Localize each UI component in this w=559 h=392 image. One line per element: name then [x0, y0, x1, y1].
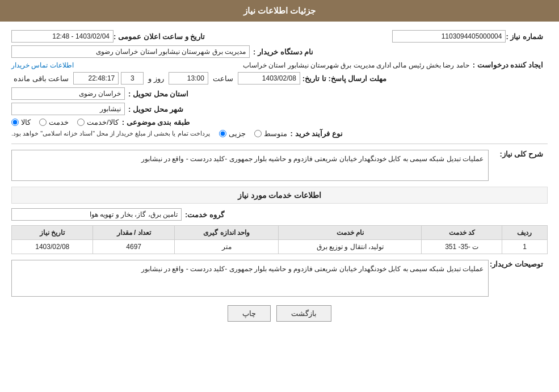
purchase-note: پرداخت تمام یا بخشی از مبلغ خریدار از مح…: [11, 130, 210, 137]
purchase-type-radio-group: متوسط جزیی: [219, 129, 287, 138]
col-header-code: کد خدمت: [422, 226, 502, 240]
province-row: استان محل تحویل : خراسان رضوی: [11, 87, 548, 100]
buyer-org-row: نام دستگاه خریدار : مدیریت برق شهرستان ن…: [11, 45, 548, 58]
need-desc-box: عملیات تبدیل شبکه سیمی به کابل خودنگهدار…: [11, 150, 489, 181]
bottom-buttons: بازگشت چاپ: [11, 305, 548, 322]
table-cell-quantity: 4697: [93, 240, 174, 254]
category-khadamat-item: خدمت: [39, 118, 69, 127]
page-wrapper: جزئیات اطلاعات نیاز شماره نیاز : 1103094…: [0, 0, 559, 392]
page-header: جزئیات اطلاعات نیاز: [0, 0, 559, 22]
category-khadamat-radio[interactable]: [39, 119, 47, 126]
response-time-field: 13:00: [169, 72, 208, 85]
announce-datetime-label: تاریخ و ساعت اعلان عمومی :: [114, 32, 205, 41]
city-field: نیشابور: [11, 103, 125, 115]
purchase-jozii-label: جزیی: [229, 129, 246, 138]
response-deadline-row: مهلت ارسال پاسخ: تا تاریخ: 1403/02/08 سا…: [11, 72, 548, 85]
buyer-desc-row: توصیحات خریدار: عملیات تبدیل شبکه سیمی ب…: [11, 260, 548, 297]
service-group-row: گروه خدمت: تامین برق، گاز، بخار و تهویه …: [11, 208, 548, 221]
creator-value: حامد رضا بخش رئیس مالی اداری مدیریت برق …: [82, 61, 469, 69]
response-days-label: روز و: [148, 74, 164, 83]
contact-link[interactable]: اطلاعات تماس خریدار: [11, 61, 74, 69]
category-khadamat-label: خدمت: [49, 118, 69, 127]
response-date-field: 1403/02/08: [238, 72, 300, 85]
col-header-date: تاریخ نیاز: [12, 226, 93, 240]
response-remaining-field: 22:48:17: [73, 72, 119, 85]
purchase-mottaset-radio[interactable]: [254, 130, 262, 137]
need-number-label: شماره نیاز :: [506, 32, 543, 41]
back-button[interactable]: بازگشت: [276, 305, 331, 322]
print-button[interactable]: چاپ: [228, 305, 271, 322]
col-header-name: نام خدمت: [279, 226, 422, 240]
purchase-mottaset-item: متوسط: [254, 129, 287, 138]
table-cell-unit: متر: [174, 240, 279, 254]
category-kala-khadamat-label: کالا/خدمت: [87, 118, 119, 127]
need-desc-label: شرح کلی نیاز:: [492, 150, 543, 158]
city-label: شهر محل تحویل :: [128, 105, 183, 113]
purchase-jozii-radio[interactable]: [219, 130, 226, 137]
col-header-quantity: تعداد / مقدار: [93, 226, 174, 240]
province-label: استان محل تحویل :: [128, 90, 188, 98]
category-radio-group: کالا/خدمت خدمت کالا: [11, 118, 119, 127]
category-kala-label: کالا: [21, 118, 31, 127]
category-kala-item: کالا: [11, 118, 31, 127]
city-row: شهر محل تحویل : نیشابور: [11, 103, 548, 115]
category-kala-khadamat-item: کالا/خدمت: [77, 118, 119, 127]
content-area: شماره نیاز : 1103094405000004 تاریخ و سا…: [0, 22, 559, 339]
services-table: ردیف کد خدمت نام خدمت واحد اندازه گیری ت…: [11, 225, 548, 254]
buyer-desc-label: توصیحات خریدار:: [492, 260, 543, 268]
divider-1: [11, 144, 548, 144]
col-header-row: ردیف: [502, 226, 547, 240]
response-deadline-label: مهلت ارسال پاسخ: تا تاریخ:: [302, 74, 386, 83]
province-field: خراسان رضوی: [11, 87, 125, 100]
category-label: طبقه بندی موضوعی :: [122, 118, 190, 127]
category-kala-radio[interactable]: [11, 119, 19, 126]
creator-label: ایجاد کننده درخواست :: [473, 61, 543, 69]
purchase-mottaset-label: متوسط: [264, 129, 287, 138]
creator-row: ایجاد کننده درخواست : حامد رضا بخش رئیس …: [11, 61, 548, 69]
category-row: طبقه بندی موضوعی : کالا/خدمت خدمت کالا: [11, 118, 548, 127]
need-number-row: شماره نیاز : 1103094405000004 تاریخ و سا…: [11, 30, 548, 43]
purchase-type-row: نوع فرآیند خرید : متوسط جزیی پرداخت تمام…: [11, 129, 548, 138]
announce-datetime-field: 1403/02/04 - 12:48: [11, 30, 114, 43]
table-cell-name: تولید، انتقال و توزیع برق: [279, 240, 422, 254]
need-number-field: 1103094405000004: [392, 30, 506, 43]
service-group-field: تامین برق، گاز، بخار و تهویه هوا: [11, 208, 182, 221]
category-kala-khadamat-radio[interactable]: [77, 119, 85, 126]
need-desc-row: شرح کلی نیاز: عملیات تبدیل شبکه سیمی به …: [11, 150, 548, 181]
table-row: 1ت -35- 351تولید، انتقال و توزیع برقمتر4…: [12, 240, 548, 254]
response-days-field: 3: [121, 72, 144, 85]
service-group-label: گروه خدمت:: [185, 210, 224, 219]
table-cell-date: 1403/02/08: [12, 240, 93, 254]
buyer-desc-box: عملیات تبدیل شبکه سیمی به کابل خودنگهدار…: [11, 260, 489, 297]
purchase-jozii-item: جزیی: [219, 129, 246, 138]
response-time-label: ساعت: [213, 74, 233, 83]
table-cell-row: 1: [502, 240, 547, 254]
services-table-header-row: ردیف کد خدمت نام خدمت واحد اندازه گیری ت…: [12, 226, 548, 240]
col-header-unit: واحد اندازه گیری: [174, 226, 279, 240]
buyer-org-label: نام دستگاه خریدار :: [253, 48, 313, 56]
purchase-type-label: نوع فرآیند خرید :: [291, 129, 343, 138]
table-cell-code: ت -35- 351: [422, 240, 502, 254]
response-remaining-label: ساعت باقی مانده: [14, 74, 69, 83]
page-title: جزئیات اطلاعات نیاز: [243, 6, 316, 15]
buyer-org-field: مدیریت برق شهرستان نیشابور استان خراسان …: [11, 45, 250, 58]
services-section-header: اطلاعات خدمات مورد نیاز: [11, 187, 548, 204]
